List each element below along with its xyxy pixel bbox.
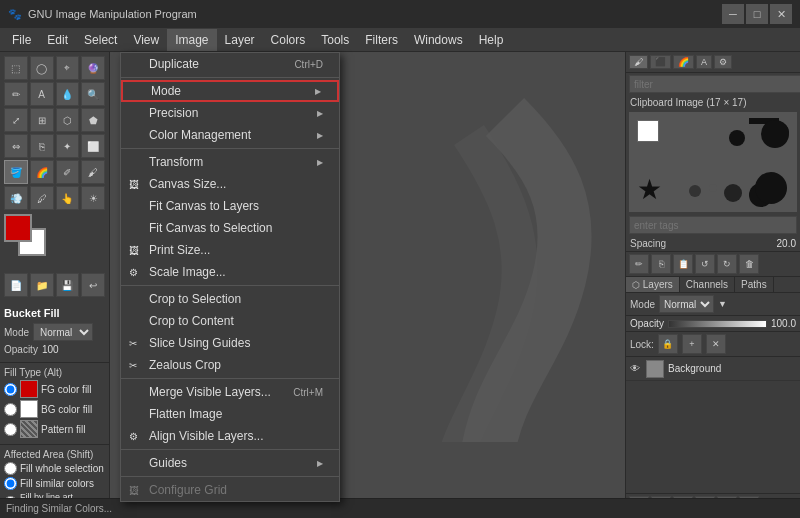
rt-copy-icon[interactable]: ⎘ xyxy=(651,254,671,274)
rt-refresh-icon[interactable]: ↻ xyxy=(717,254,737,274)
toolbar-row-5: 🪣 🌈 ✐ 🖌 xyxy=(4,160,105,184)
tool-blend[interactable]: 🌈 xyxy=(30,160,54,184)
menu-view[interactable]: View xyxy=(125,29,167,51)
fill-fg-radio[interactable] xyxy=(4,383,17,396)
menu-color-management[interactable]: Color Management xyxy=(121,124,339,146)
menu-fit-canvas-layers[interactable]: Fit Canvas to Layers xyxy=(121,195,339,217)
brush-tags-input[interactable] xyxy=(629,216,797,234)
fill-bg-option: BG color fill xyxy=(4,400,105,418)
menu-help[interactable]: Help xyxy=(471,29,512,51)
lock-label: Lock: xyxy=(630,339,654,350)
fill-pattern-radio[interactable] xyxy=(4,423,17,436)
minimize-button[interactable]: ─ xyxy=(722,4,744,24)
paths-tab[interactable]: Paths xyxy=(735,277,774,292)
tool-heal[interactable]: ✦ xyxy=(56,134,80,158)
lock-alpha-btn[interactable]: ✕ xyxy=(706,334,726,354)
menu-colors[interactable]: Colors xyxy=(263,29,314,51)
tool-erase[interactable]: ⬜ xyxy=(81,134,105,158)
menu-crop-content[interactable]: Crop to Content xyxy=(121,310,339,332)
menu-windows[interactable]: Windows xyxy=(406,29,471,51)
menu-slice-guides[interactable]: ✂ Slice Using Guides xyxy=(121,332,339,354)
rt-paste-icon[interactable]: 📋 xyxy=(673,254,693,274)
menu-guides[interactable]: Guides xyxy=(121,452,339,474)
tool-ink[interactable]: 🖊 xyxy=(30,186,54,210)
fill-bg-radio[interactable] xyxy=(4,403,17,416)
layer-thumb-1 xyxy=(646,360,664,378)
menu-tools[interactable]: Tools xyxy=(313,29,357,51)
tool-brush[interactable]: 🖌 xyxy=(81,160,105,184)
menu-duplicate[interactable]: Duplicate Ctrl+D xyxy=(121,53,339,75)
menu-layer[interactable]: Layer xyxy=(217,29,263,51)
rt-reset-icon[interactable]: ↺ xyxy=(695,254,715,274)
settings-tab-btn[interactable]: ⚙ xyxy=(714,55,732,69)
tool-undo[interactable]: ↩ xyxy=(81,273,105,297)
menu-scale-image[interactable]: ⚙ Scale Image... xyxy=(121,261,339,283)
brush-filter-input[interactable] xyxy=(629,75,800,93)
slice-guides-icon: ✂ xyxy=(129,338,137,349)
tool-zoom[interactable]: 🔍 xyxy=(81,82,105,106)
tool-ellipse-select[interactable]: ◯ xyxy=(30,56,54,80)
tool-fuzzy-select[interactable]: 🔮 xyxy=(81,56,105,80)
rt-delete-icon[interactable]: 🗑 xyxy=(739,254,759,274)
tool-scale[interactable]: ⊞ xyxy=(30,108,54,132)
tool-smudge[interactable]: 👆 xyxy=(56,186,80,210)
separator-3 xyxy=(121,285,339,286)
tool-airbrush[interactable]: 💨 xyxy=(4,186,28,210)
tool-lasso[interactable]: ⌖ xyxy=(56,56,80,80)
menu-flatten-image[interactable]: Flatten Image xyxy=(121,403,339,425)
channels-tab[interactable]: Channels xyxy=(680,277,735,292)
layer-item-1[interactable]: 👁 Background xyxy=(626,357,800,381)
tool-rect-select[interactable]: ⬚ xyxy=(4,56,28,80)
layers-tab[interactable]: ⬡ Layers xyxy=(626,277,680,292)
patterns-tab-btn[interactable]: ⬛ xyxy=(650,55,671,69)
layer-eye-1[interactable]: 👁 xyxy=(630,363,642,375)
tool-new-image[interactable]: 📄 xyxy=(4,273,28,297)
menu-print-size[interactable]: 🖼 Print Size... xyxy=(121,239,339,261)
tool-paths[interactable]: ✏ xyxy=(4,82,28,106)
tool-shear[interactable]: ⬡ xyxy=(56,108,80,132)
menu-crop-selection[interactable]: Crop to Selection xyxy=(121,288,339,310)
affect-similar-option: Fill similar colors xyxy=(4,477,105,490)
brushes-tab-btn[interactable]: 🖌 xyxy=(629,55,648,69)
mode-select[interactable]: Normal xyxy=(33,323,93,341)
brush-shape-2 xyxy=(729,130,745,146)
affect-whole-radio[interactable] xyxy=(4,462,17,475)
menu-align-visible[interactable]: ⚙ Align Visible Layers... xyxy=(121,425,339,447)
tool-color-pick[interactable]: 💧 xyxy=(56,82,80,106)
menu-canvas-size[interactable]: 🖼 Canvas Size... xyxy=(121,173,339,195)
tool-bucket-fill[interactable]: 🪣 xyxy=(4,160,28,184)
tool-pencil[interactable]: ✐ xyxy=(56,160,80,184)
canvas-decoration xyxy=(415,62,595,442)
menu-select[interactable]: Select xyxy=(76,29,125,51)
menu-edit[interactable]: Edit xyxy=(39,29,76,51)
affect-similar-radio[interactable] xyxy=(4,477,17,490)
fg-color-swatch[interactable] xyxy=(4,214,32,242)
rt-edit-icon[interactable]: ✏ xyxy=(629,254,649,274)
menu-precision[interactable]: Precision xyxy=(121,102,339,124)
gradients-tab-btn[interactable]: 🌈 xyxy=(673,55,694,69)
layer-mode-select[interactable]: Normal xyxy=(659,295,714,313)
lock-pixels-btn[interactable]: 🔒 xyxy=(658,334,678,354)
layer-opacity-slider[interactable] xyxy=(668,320,767,328)
tool-clone[interactable]: ⎘ xyxy=(30,134,54,158)
menu-file[interactable]: File xyxy=(4,29,39,51)
menu-mode[interactable]: Mode xyxy=(121,80,339,102)
tool-open[interactable]: 📁 xyxy=(30,273,54,297)
close-button[interactable]: ✕ xyxy=(770,4,792,24)
menu-merge-visible[interactable]: Merge Visible Layers... Ctrl+M xyxy=(121,381,339,403)
lock-position-btn[interactable]: + xyxy=(682,334,702,354)
tool-flip[interactable]: ⇔ xyxy=(4,134,28,158)
tool-dodge[interactable]: ☀ xyxy=(81,186,105,210)
tool-transform[interactable]: ⤢ xyxy=(4,108,28,132)
menu-transform[interactable]: Transform xyxy=(121,151,339,173)
maximize-button[interactable]: □ xyxy=(746,4,768,24)
menu-image[interactable]: Image xyxy=(167,29,216,51)
fonts-tab-btn[interactable]: A xyxy=(696,55,712,69)
tool-perspective[interactable]: ⬟ xyxy=(81,108,105,132)
menu-filters[interactable]: Filters xyxy=(357,29,406,51)
menu-zealous-crop[interactable]: ✂ Zealous Crop xyxy=(121,354,339,376)
menu-fit-canvas-selection[interactable]: Fit Canvas to Selection xyxy=(121,217,339,239)
tool-save[interactable]: 💾 xyxy=(56,273,80,297)
align-layers-icon: ⚙ xyxy=(129,431,138,442)
tool-text[interactable]: A xyxy=(30,82,54,106)
